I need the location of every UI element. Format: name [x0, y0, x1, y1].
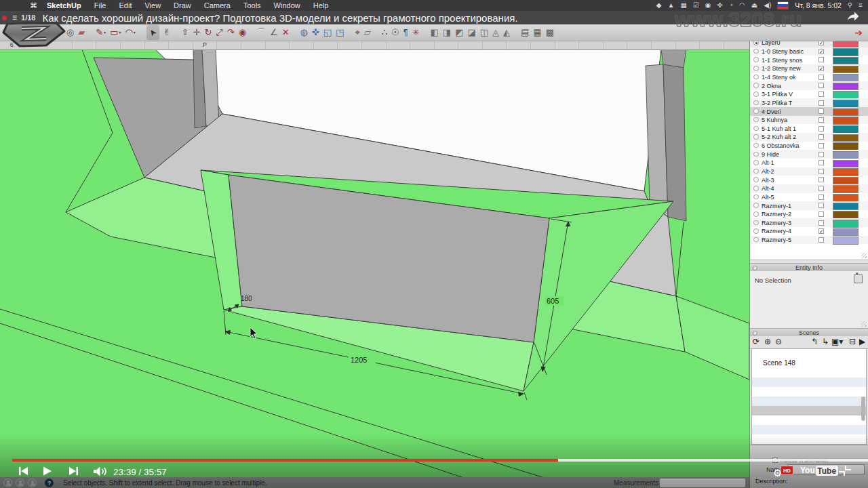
- layer-radio[interactable]: [753, 134, 759, 140]
- layer-color-swatch[interactable]: [833, 57, 859, 65]
- style-hiddenline-icon[interactable]: ▦: [533, 25, 541, 40]
- layer-row-5-kuhnya[interactable]: 5 Kuhnya: [750, 116, 868, 125]
- layer-row-razmery-2[interactable]: Razmery-2: [750, 210, 868, 219]
- zoom-tool-icon[interactable]: ◎: [66, 25, 74, 40]
- menu-item-file[interactable]: File: [94, 1, 106, 9]
- layer-color-swatch[interactable]: [833, 142, 859, 150]
- layer-row-razmery-4[interactable]: Razmery-4✓: [750, 227, 868, 236]
- label-icon[interactable]: ¶: [403, 25, 408, 40]
- layer-color-swatch[interactable]: [833, 83, 859, 91]
- pan-icon[interactable]: ✜: [312, 25, 319, 40]
- layer-radio[interactable]: [753, 177, 759, 182]
- axes-icon[interactable]: ✕: [282, 25, 290, 40]
- scenes-scrollbar[interactable]: [861, 396, 865, 421]
- layer-radio[interactable]: [753, 126, 759, 131]
- section-plane-icon[interactable]: ▱: [364, 25, 371, 40]
- layer-visible-checkbox[interactable]: [818, 203, 824, 208]
- look-around-icon[interactable]: ☉: [391, 25, 399, 40]
- scene-tab-4[interactable]: [73, 41, 97, 49]
- scene-tab-16[interactable]: [362, 41, 387, 49]
- layer-visible-checkbox[interactable]: [818, 186, 824, 191]
- layer-visible-checkbox[interactable]: [818, 143, 824, 148]
- walk-icon[interactable]: ∴: [382, 25, 387, 40]
- layer-visible-checkbox[interactable]: [818, 75, 824, 80]
- layer-visible-checkbox[interactable]: ✓: [818, 66, 824, 71]
- view-options-icon[interactable]: ▣▾: [831, 337, 843, 346]
- layer-visible-checkbox[interactable]: [818, 100, 824, 106]
- scene-row-1[interactable]: [752, 349, 866, 359]
- layer-radio[interactable]: [753, 117, 759, 123]
- view-iso-icon[interactable]: ◧: [431, 25, 439, 40]
- layer-color-swatch[interactable]: [833, 228, 859, 237]
- scene-tab-20[interactable]: [458, 41, 483, 49]
- offset-icon[interactable]: ◉: [239, 25, 246, 40]
- volume-button[interactable]: [92, 466, 108, 480]
- scene-tab-22[interactable]: [507, 41, 531, 49]
- share-icon[interactable]: [846, 11, 860, 24]
- layer-color-swatch[interactable]: [833, 160, 859, 168]
- scene-row-6[interactable]: [752, 396, 866, 406]
- layer-color-swatch[interactable]: [833, 185, 859, 193]
- view-left-icon[interactable]: ◬: [492, 25, 499, 40]
- layer-row-alt-5[interactable]: Alt-5: [750, 193, 868, 202]
- scene-tab-10[interactable]: [217, 41, 241, 49]
- layer-radio[interactable]: [753, 75, 759, 80]
- viewport-3d[interactable]: 605 1205 180: [0, 0, 868, 488]
- layer-radio[interactable]: [753, 57, 759, 62]
- scene-row-9[interactable]: [752, 425, 866, 434]
- layer-row-5-2-kuh-alt-2[interactable]: 5-2 Kuh alt 2: [750, 133, 868, 142]
- scene-tab-5[interactable]: [96, 41, 121, 49]
- layer-visible-checkbox[interactable]: [818, 195, 824, 200]
- view-front-icon[interactable]: ◩: [455, 25, 463, 40]
- layer-row-4-dveri[interactable]: 4 Dveri: [750, 107, 868, 116]
- layer-radio[interactable]: [753, 83, 759, 88]
- layer-row-alt-3[interactable]: Alt-3: [750, 176, 868, 184]
- layer-color-swatch[interactable]: [833, 117, 859, 125]
- layer-radio[interactable]: [753, 237, 759, 243]
- playlist-icon[interactable]: ≡: [12, 14, 17, 22]
- ru-flag-icon[interactable]: [777, 1, 789, 9]
- spotlight-icon[interactable]: ⚲: [848, 0, 852, 11]
- layer-visible-checkbox[interactable]: [818, 177, 824, 182]
- layer-color-swatch[interactable]: [833, 108, 859, 117]
- grid-icon[interactable]: ▦: [680, 0, 686, 11]
- layer-color-swatch[interactable]: [833, 168, 859, 176]
- layer-row-1-0-steny-basic[interactable]: 1-0 Steny basic✓: [750, 47, 868, 56]
- move-cross-icon[interactable]: ✜: [717, 0, 723, 11]
- quality-button[interactable]: ⚙ HD: [773, 465, 797, 480]
- layer-row-9-hide[interactable]: 9 Hide: [750, 150, 868, 159]
- layer-visible-checkbox[interactable]: [818, 220, 824, 226]
- layer-visible-checkbox[interactable]: [818, 211, 824, 217]
- layer-radio[interactable]: [753, 228, 759, 234]
- timemachine-icon[interactable]: ◔: [729, 0, 733, 11]
- dropbox-icon[interactable]: ◆: [656, 0, 662, 11]
- scene-tab-14[interactable]: [314, 41, 338, 49]
- add-scene-icon[interactable]: ⊕: [764, 337, 771, 346]
- video-title[interactable]: Как сделать хороший дизайн-проект? Подго…: [42, 12, 517, 24]
- scene-row-2[interactable]: Scene 148: [752, 359, 866, 368]
- scene-tab-12[interactable]: [266, 41, 290, 49]
- layer-visible-checkbox[interactable]: [818, 57, 824, 62]
- layer-visible-checkbox[interactable]: [818, 117, 824, 123]
- layer-color-swatch[interactable]: [833, 74, 859, 82]
- panel-close-icon[interactable]: [753, 266, 757, 270]
- scene-row-7[interactable]: [752, 406, 866, 415]
- scene-tab-25[interactable]: [579, 41, 604, 49]
- resize-player-button[interactable]: [839, 466, 851, 476]
- layer-row-razmery-5[interactable]: Razmery-5: [750, 236, 868, 245]
- layer-visible-checkbox[interactable]: [818, 108, 824, 114]
- record-icon[interactable]: ◉: [705, 0, 711, 11]
- menu-item-sketchup[interactable]: SketchUp: [47, 1, 81, 9]
- volume-icon[interactable]: ◀): [764, 0, 771, 11]
- zoom-window-icon[interactable]: ◱: [323, 25, 332, 40]
- view-bottom-icon[interactable]: ◭: [503, 25, 510, 40]
- layer-radio[interactable]: [753, 203, 759, 208]
- layer-radio[interactable]: [753, 49, 759, 54]
- zoom-extents-icon[interactable]: ◳: [336, 25, 344, 40]
- view-back-icon[interactable]: ◫: [480, 25, 488, 40]
- scene-tab-7[interactable]: [145, 41, 170, 49]
- eraser-icon[interactable]: ▰: [78, 25, 85, 40]
- layer-color-swatch[interactable]: [833, 100, 859, 108]
- menu-item-edit[interactable]: Edit: [119, 1, 132, 9]
- layer-radio[interactable]: [753, 100, 759, 106]
